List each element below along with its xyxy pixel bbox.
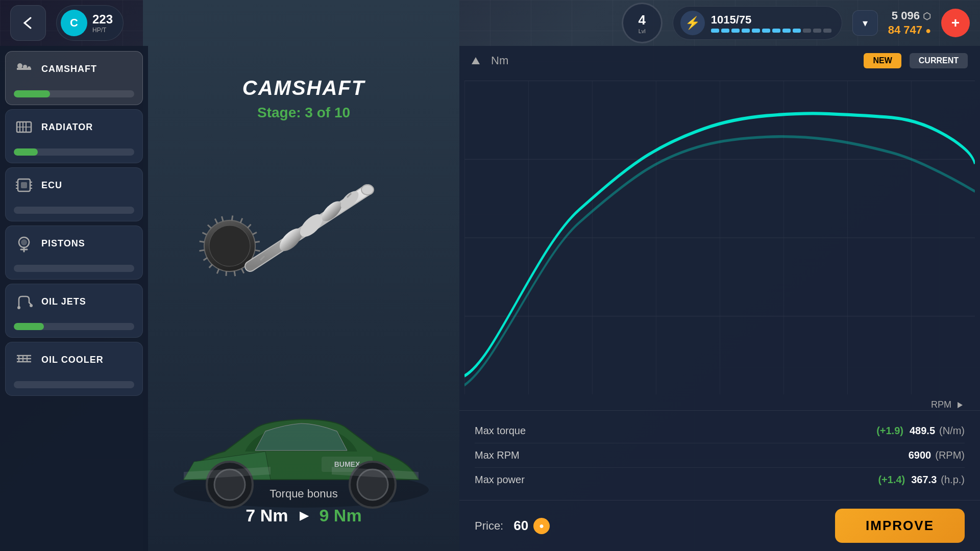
svg-line-14 xyxy=(255,241,260,243)
energy-info: 1015/75 xyxy=(711,13,831,33)
price-area: 60 ● xyxy=(513,518,550,534)
max-power-label: Max power xyxy=(475,474,878,486)
chart-area xyxy=(459,76,980,399)
oil-cooler-label: OIL COOLER xyxy=(41,355,104,365)
stat-row-rpm: Max RPM 6900 (RPM) xyxy=(475,443,965,468)
svg-line-21 xyxy=(216,269,220,273)
svg-point-58 xyxy=(17,306,20,309)
svg-line-20 xyxy=(225,271,228,276)
coin-icon: ● xyxy=(533,518,550,534)
sidebar-item-pistons[interactable]: PISTONS xyxy=(5,226,143,280)
radiator-progress-fill xyxy=(14,148,38,156)
svg-point-54 xyxy=(21,239,27,245)
currency-silver: 5 096 ⬡ xyxy=(892,9,931,22)
energy-dot-4 xyxy=(742,29,750,33)
nm-label: Nm xyxy=(491,54,508,67)
max-torque-label: Max torque xyxy=(475,425,876,437)
player-hp-value: 223 xyxy=(92,12,113,27)
energy-dot-1 xyxy=(711,29,719,33)
energy-dots xyxy=(711,29,831,33)
energy-dot-8 xyxy=(782,29,791,33)
svg-line-27 xyxy=(208,224,211,229)
add-currency-button[interactable]: + xyxy=(941,9,970,37)
oil-cooler-icon xyxy=(14,349,34,370)
right-panel: Nm NEW CURRENT RPM Max tor xyxy=(459,46,980,551)
svg-line-28 xyxy=(215,218,217,223)
stats-section: Max torque (+1.9) 489.5 (N/m) Max RPM 69… xyxy=(459,410,980,500)
gold-icon: ● xyxy=(925,26,931,36)
pistons-progress-bar xyxy=(14,265,134,272)
energy-dot-3 xyxy=(731,29,740,33)
svg-point-33 xyxy=(361,185,374,195)
level-number: 4 xyxy=(638,12,645,28)
dropdown-icon: ▾ xyxy=(863,17,868,29)
oil-jets-icon xyxy=(14,291,34,312)
energy-dot-7 xyxy=(772,29,780,33)
svg-line-23 xyxy=(203,258,208,260)
max-rpm-unit: (RPM) xyxy=(935,449,965,461)
svg-line-26 xyxy=(202,232,206,236)
nm-arrow-icon xyxy=(472,57,480,64)
svg-line-22 xyxy=(208,264,213,268)
rpm-label-text: RPM xyxy=(931,399,951,410)
ecu-label: ECU xyxy=(41,180,62,191)
dropdown-button[interactable]: ▾ xyxy=(852,10,878,36)
svg-marker-66 xyxy=(958,402,963,408)
sidebar-item-camshaft[interactable]: CAMSHAFT xyxy=(5,51,143,105)
energy-value: 1015/75 xyxy=(711,13,831,27)
pistons-label: PISTONS xyxy=(41,238,85,249)
pistons-icon xyxy=(14,233,34,254)
energy-dot-9 xyxy=(793,29,801,33)
max-rpm-label: Max RPM xyxy=(475,449,902,461)
level-badge: 4 Lvl xyxy=(622,3,663,43)
legend-current: CURRENT xyxy=(910,53,968,68)
car-visual: BUMEX xyxy=(153,378,449,520)
level-label: Lvl xyxy=(639,28,646,34)
ecu-progress-bar xyxy=(14,207,134,214)
svg-rect-46 xyxy=(21,182,27,188)
camshaft-icon xyxy=(14,59,34,79)
energy-dot-6 xyxy=(762,29,770,33)
sidebar-item-radiator[interactable]: RADIATOR xyxy=(5,109,143,163)
oil-jets-progress-fill xyxy=(14,323,44,330)
price-label: Price: xyxy=(475,519,503,533)
max-torque-unit: (N/m) xyxy=(939,425,965,437)
svg-rect-65 xyxy=(464,81,975,394)
oil-jets-progress-bar xyxy=(14,323,134,330)
header: C 223 HP/T 4 Lvl ⚡ 1015/75 xyxy=(0,0,980,46)
max-power-unit: (h.p.) xyxy=(941,474,965,486)
sidebar-item-ecu[interactable]: ECU xyxy=(5,167,143,221)
radiator-progress-bar xyxy=(14,148,134,156)
svg-line-10 xyxy=(231,215,234,220)
player-stats: 223 HP/T xyxy=(92,12,113,34)
sidebar-item-oil-cooler[interactable]: OIL COOLER xyxy=(5,342,143,396)
currency-gold: 84 747 ● xyxy=(888,23,931,37)
stat-row-power: Max power (+1.4) 367.3 (h.p.) xyxy=(475,468,965,492)
improve-button[interactable]: IMPROVE xyxy=(835,509,965,543)
rpm-label-area: RPM xyxy=(459,399,980,410)
player-hp-unit: HP/T xyxy=(92,27,113,34)
svg-point-57 xyxy=(30,304,33,307)
sidebar-item-oil-jets[interactable]: OIL JETS xyxy=(5,284,143,338)
max-power-bonus: (+1.4) xyxy=(878,474,905,486)
svg-line-18 xyxy=(241,268,244,273)
ecu-icon xyxy=(14,175,34,195)
svg-line-11 xyxy=(239,218,243,223)
back-button[interactable] xyxy=(10,5,46,41)
energy-dot-10 xyxy=(803,29,811,33)
radiator-label: RADIATOR xyxy=(41,122,93,133)
camshaft-progress-bar xyxy=(14,90,134,97)
svg-point-38 xyxy=(23,65,27,69)
svg-line-25 xyxy=(200,240,205,243)
rpm-arrow-icon xyxy=(955,400,965,410)
chart-header: Nm NEW CURRENT xyxy=(459,46,980,76)
camshaft-3d xyxy=(199,149,403,292)
svg-point-39 xyxy=(28,66,31,69)
max-torque-bonus: (+1.9) xyxy=(876,425,903,437)
energy-icon: ⚡ xyxy=(680,11,705,35)
camshaft-progress-fill xyxy=(14,90,50,97)
energy-dot-2 xyxy=(721,29,729,33)
max-torque-value: 489.5 xyxy=(910,425,935,437)
torque-chart xyxy=(464,81,975,394)
garage-background: BUMEX xyxy=(143,0,459,551)
